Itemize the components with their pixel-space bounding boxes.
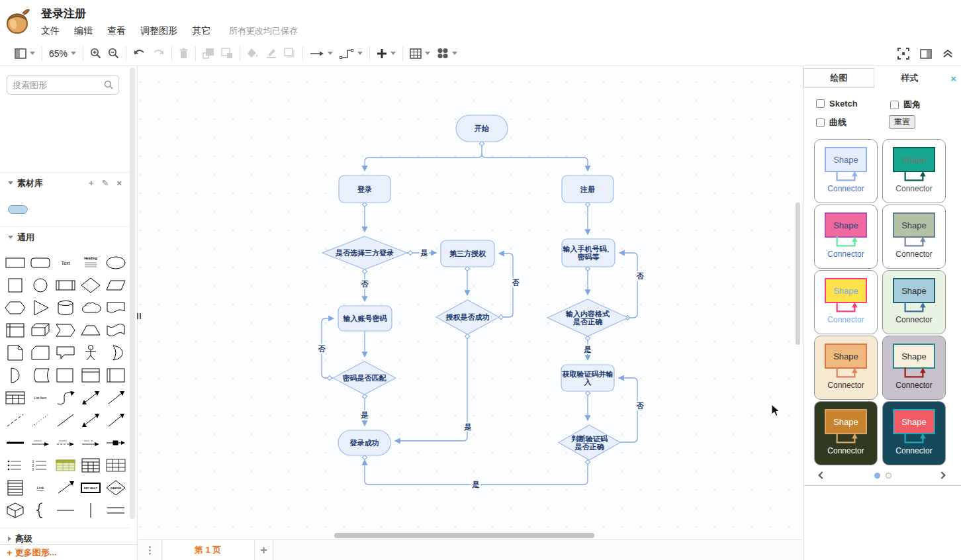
shape-text[interactable]: Text [53,252,78,274]
shape-bullet-list[interactable] [3,454,28,477]
library-edit-button[interactable]: ✎ [102,178,109,188]
shape-trapezoid[interactable] [78,319,103,342]
library-close-button[interactable]: × [116,178,122,188]
shape-arrow-line[interactable] [103,409,128,432]
shape-keyvault[interactable]: KEY VAULT [78,477,103,499]
shape-search[interactable] [7,75,119,95]
zoom-out-button[interactable] [108,48,119,59]
style-card-1[interactable]: ShapeConnector [814,139,878,203]
shape-triangle[interactable] [28,297,53,319]
style-card-6[interactable]: ShapeConnector [882,270,946,334]
curved-checkbox[interactable] [816,118,825,127]
shape-document[interactable] [103,297,128,319]
rounded-option[interactable]: 圆角 [890,99,921,111]
shape-hexagon[interactable] [3,297,28,319]
shape-heading[interactable]: Heading [78,252,103,274]
shape-brace[interactable] [28,499,53,522]
waypoint-style-button[interactable] [340,48,363,59]
shape-actor[interactable] [78,342,103,364]
to-front-button[interactable] [203,48,214,59]
format-panel-toggle-button[interactable] [920,49,932,59]
style-card-5[interactable]: ShapeConnector [814,270,878,334]
shape-callout[interactable] [53,342,78,364]
sketch-option[interactable]: Sketch [816,99,858,109]
menu-file[interactable]: 文件 [41,25,60,37]
rounded-checkbox[interactable] [890,101,899,109]
shape-labeled-diamond[interactable]: DIAMOND [103,477,128,499]
shape-list-item[interactable]: List Item [28,387,53,409]
collapse-toolbar-button[interactable] [942,49,953,58]
shape-circle[interactable] [28,274,53,297]
style-card-8[interactable]: ShapeConnector [882,336,946,400]
curved-option[interactable]: 曲线 [816,117,847,128]
shape-tape[interactable] [103,319,128,342]
shape-square[interactable] [3,274,28,297]
canvas-vertical-scrollbar[interactable] [796,203,800,345]
shapes-button[interactable] [437,48,457,59]
library-shape-rounded[interactable] [8,205,28,214]
shape-table-small[interactable] [3,387,28,409]
style-card-3[interactable]: ShapeConnector [814,205,878,269]
shape-bidir-arrow[interactable] [78,387,103,409]
connection-arrow-button[interactable] [310,50,333,58]
page-view-button[interactable] [15,48,35,59]
library-add-button[interactable]: + [89,178,94,188]
flow-edge[interactable] [619,253,637,318]
shape-table-title[interactable] [78,454,103,477]
shape-label-arrow2[interactable] [53,432,78,454]
page-tab-1[interactable]: 第 1 页 [161,540,255,560]
section-general[interactable]: 通用 [0,226,130,248]
shape-thick-line[interactable] [3,432,28,454]
shape-link[interactable]: Link [28,477,53,499]
redo-button[interactable] [152,48,165,58]
delete-button[interactable] [179,48,189,59]
shape-note[interactable] [3,342,28,364]
tab-style[interactable]: 样式 [874,68,945,88]
zoom-in-button[interactable] [90,48,101,59]
line-color-button[interactable] [265,48,277,59]
shape-numbered-list[interactable]: 123 [28,454,53,477]
close-panel-button[interactable]: × [950,73,956,84]
shape-table-plain[interactable] [103,454,128,477]
shape-frame[interactable] [78,364,103,387]
menu-extras[interactable]: 其它 [192,25,210,37]
shape-cylinder[interactable] [53,297,78,319]
shape-curve[interactable] [53,387,78,409]
flow-edge[interactable] [499,254,513,317]
sidebar-collapse-handle[interactable] [136,310,142,322]
shape-cube[interactable] [28,319,53,342]
menu-arrange[interactable]: 调整图形 [140,25,177,37]
menu-edit[interactable]: 编辑 [74,25,93,37]
shape-diag-line[interactable] [53,477,78,499]
shape-solid-line[interactable] [53,409,78,432]
shape-container[interactable] [53,364,78,387]
menu-view[interactable]: 查看 [107,25,126,37]
style-card-2[interactable]: ShapeConnector [882,139,946,203]
shape-dashed-line[interactable] [3,409,28,432]
shape-data-storage[interactable] [28,364,53,387]
shape-diag-arrow[interactable] [103,387,128,409]
search-input[interactable] [13,80,104,90]
section-library[interactable]: 素材库 + ✎ × [0,172,130,193]
pages-menu-button[interactable] [138,540,161,560]
canvas-horizontal-scrollbar[interactable] [334,533,594,538]
flow-edge[interactable] [365,142,482,171]
shape-step[interactable] [53,319,78,342]
add-page-button[interactable]: + [255,540,273,560]
tab-diagram[interactable]: 绘图 [803,68,874,88]
shape-ellipse[interactable] [103,252,128,274]
shape-titled-list[interactable] [3,477,28,499]
shadow-button[interactable] [284,48,296,59]
shape-label-arrow3[interactable] [78,432,103,454]
flow-edge[interactable] [482,154,588,171]
shape-iso-cube[interactable] [3,499,28,522]
shape-or[interactable] [103,342,128,364]
insert-button[interactable] [377,48,396,59]
flow-edge[interactable] [395,334,467,441]
shape-rounded[interactable] [28,252,53,274]
style-card-7[interactable]: ShapeConnector [814,336,878,400]
shape-internal-storage[interactable] [3,319,28,342]
diagram-canvas[interactable]: 开始登录注册是否选择三方登录第三方授权输入手机号码、密码等输入账号密码授权是否成… [138,66,801,539]
shape-box-arrow[interactable] [103,432,128,454]
shape-process[interactable] [53,274,78,297]
